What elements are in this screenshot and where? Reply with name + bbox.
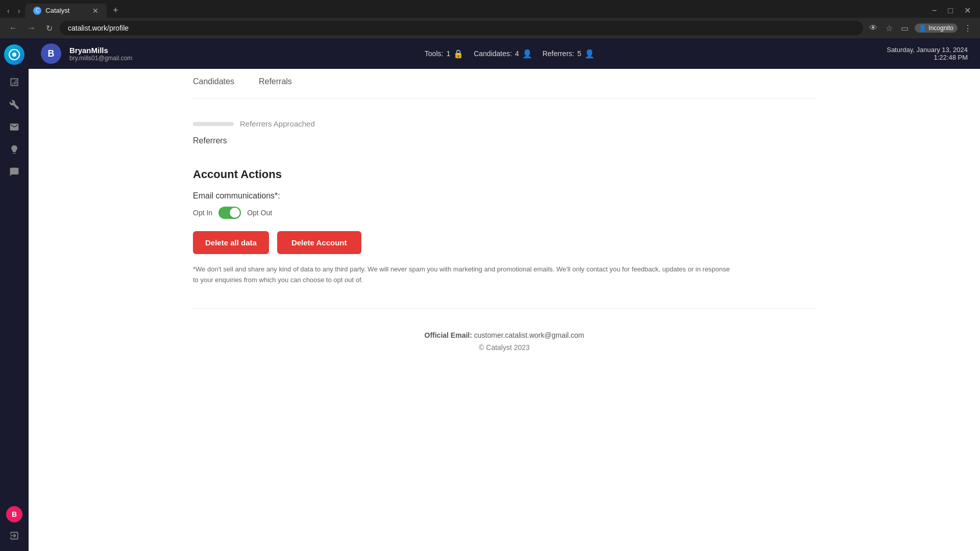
sidebar-item-ideas[interactable] [5,140,23,159]
tab-nav-back[interactable]: ‹ [4,5,13,17]
sidebar-toggle-icon[interactable]: ▭ [899,21,911,35]
browser-tab[interactable]: C Catalyst ✕ [25,4,107,18]
tools-icon: 🔒 [453,49,463,59]
more-options-icon[interactable]: ⋮ [962,21,974,35]
account-actions-title: Account Actions [193,168,816,181]
sidebar-item-messages[interactable] [5,163,23,181]
header-datetime: Saturday, January 13, 2024 1:22:48 PM [887,46,968,61]
toggle-knob [230,208,240,218]
reload-button[interactable]: ↻ [43,21,56,35]
email-comm-label: Email communications*: [193,191,816,201]
tab-favicon: C [33,7,41,15]
tab-close-button[interactable]: ✕ [92,7,99,15]
forward-button[interactable]: → [24,21,39,35]
tab-nav-forward[interactable]: › [15,5,23,17]
tools-label: Tools: [425,49,444,58]
user-email: bry.mills01@gmail.com [69,55,132,62]
sidebar-bottom: B [5,506,23,545]
user-avatar: B [41,43,61,64]
new-tab-button[interactable]: + [109,3,122,18]
stat-referrers: Referrers: 5 👤 [543,49,595,59]
sidebar-user-avatar[interactable]: B [6,506,22,522]
stat-candidates: Candidates: 4 👤 [474,49,532,59]
incognito-label: Incognito [928,24,953,32]
top-header: B BryanMills bry.mills01@gmail.com Tools… [29,38,980,69]
stat-tools: Tools: 1 🔒 [425,49,463,59]
page-footer: Official Email: customer.catalist.work@g… [193,319,816,364]
browser-chrome: ‹ › C Catalyst ✕ + − □ ✕ ← → ↻ 👁︎ ☆ ▭ 👤 … [0,0,980,38]
copyright: © Catalyst 2023 [205,343,803,352]
sidebar-item-analytics[interactable] [5,73,23,91]
user-name: BryanMills [69,46,132,55]
stats-area: Referrers Approached Referrers [193,99,816,156]
divider [193,308,816,309]
minimize-button[interactable]: − [927,4,942,17]
close-button[interactable]: ✕ [959,4,976,17]
app-wrapper: B B BryanMills bry.mills01@gmail.com Too… [0,38,980,551]
opt-out-label: Opt Out [247,209,272,217]
sidebar-item-inbox[interactable] [5,118,23,136]
content-wrapper: Candidates Referrals Referrers Approache… [173,69,836,364]
hide-icon[interactable]: 👁︎ [867,21,879,35]
bookmark-icon[interactable]: ☆ [884,21,895,35]
sidebar-item-logout[interactable] [5,527,23,545]
official-email-value: customer.catalist.work@gmail.com [474,331,584,339]
disclaimer-text: *We don't sell and share any kind of dat… [193,264,734,286]
referrers-approached-row: Referrers Approached [193,119,816,128]
window-controls: − □ ✕ [927,4,976,17]
email-toggle-row: Opt In Opt Out [193,207,816,219]
tab-title: Catalyst [45,7,69,14]
opt-in-label: Opt In [193,209,212,217]
referrers-approached-label: Referrers Approached [240,119,315,128]
user-info: BryanMills bry.mills01@gmail.com [69,46,132,62]
tab-candidates[interactable]: Candidates [193,77,234,90]
sidebar: B [0,38,29,551]
progress-bar [193,122,234,126]
referrers-label: Referrers: [543,49,574,58]
sidebar-item-tools[interactable] [5,95,23,114]
candidates-label: Candidates: [474,49,512,58]
incognito-badge: 👤 Incognito [915,23,958,33]
official-email-row: Official Email: customer.catalist.work@g… [205,331,803,339]
email-toggle[interactable] [218,207,241,219]
toolbar-right: 👁︎ ☆ ▭ 👤 Incognito ⋮ [867,21,974,35]
app-logo[interactable] [4,44,24,65]
main-area: Candidates Referrals Referrers Approache… [29,69,980,551]
incognito-icon: 👤 [919,24,926,32]
referrers-count: 5 [577,49,581,58]
referrers-section-label: Referrers [193,136,816,145]
tools-count: 1 [446,49,450,58]
delete-account-button[interactable]: Delete Account [277,231,361,254]
delete-data-button[interactable]: Delete all data [193,231,269,254]
header-stats: Tools: 1 🔒 Candidates: 4 👤 Referrers: 5 … [425,49,595,59]
header-time: 1:22:48 PM [887,54,968,61]
maximize-button[interactable]: □ [943,4,958,17]
candidates-icon: 👤 [522,49,532,59]
account-actions: Account Actions Email communications*: O… [193,156,816,298]
header-date: Saturday, January 13, 2024 [887,46,968,54]
tab-referrals[interactable]: Referrals [259,77,292,90]
candidates-count: 4 [515,49,519,58]
address-bar[interactable] [60,21,863,35]
back-button[interactable]: ← [6,21,20,35]
official-email-label: Official Email: [425,331,472,339]
svg-point-1 [12,53,16,57]
referrers-icon: 👤 [584,49,595,59]
action-buttons: Delete all data Delete Account [193,231,816,254]
page-nav: Candidates Referrals [193,69,816,99]
